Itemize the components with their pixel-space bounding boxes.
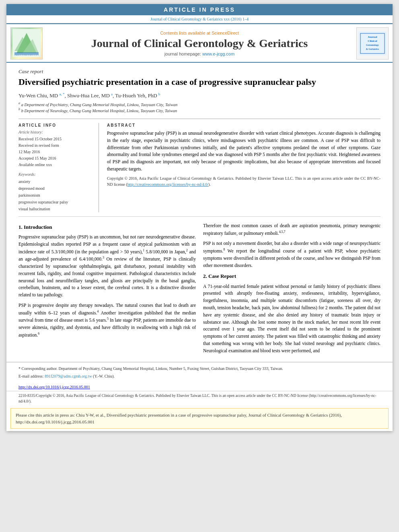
section1-heading: 1. Introduction [19,223,196,231]
section2-heading: 2. Case Report [203,272,380,280]
keywords-label: Keywords: [19,172,93,177]
article-type-label: Case report [19,68,380,75]
page: ARTICLE IN PRESS Journal of Clinical Ger… [6,4,393,431]
bottom-bar: 2210-8335/Copyright © 2016, Asia Pacific… [6,391,393,406]
article-dates: Received 15 October 2015 Received in rev… [19,136,93,168]
journal-logo-left: 大人慈愛世紀老年化醫學會 [10,27,43,60]
revised-label: Received in revised form [19,142,93,149]
case-report-paragraph-1: A 71-year-old married female patient wit… [203,283,380,355]
abstract-heading: ABSTRACT [107,123,380,127]
journal-homepage: journal homepage: www.e-jcgg.com [47,51,352,56]
email-link[interactable]: 891f2079@adm.cgmh.org.tw [45,374,92,378]
authors-line: Yu-Wen Chiu, MD a, *, Shwu-Hua Lee, MD a… [19,92,380,99]
intro-right-paragraph-2: PSP is not only a movement disorder, but… [203,240,380,269]
body-right-column: Therefore the most common causes of deat… [203,222,380,358]
article-in-press-banner: ARTICLE IN PRESS [6,4,393,15]
svg-text:Journal: Journal [368,35,377,39]
homepage-label: journal homepage: [165,51,201,56]
footnotes-area: * Corresponding author. Department of Ps… [6,362,393,383]
doi-link[interactable]: http://dx.doi.org/10.1016/j.jcgg.2016.05… [19,385,90,389]
intro-paragraph-2: PSP is progressive despite any therapy n… [19,302,196,339]
intro-right-paragraph-1: Therefore the most common causes of deat… [203,222,380,237]
body-section: 1. Introduction Progressive supranuclear… [6,217,393,358]
journal-logo-right: Journal Clinical Gerontology & Geriatric… [356,27,389,60]
homepage-url[interactable]: www.e-jcgg.com [202,51,234,56]
keyword-2: depressed mood [19,185,93,192]
revised-date: 12 May 2016 [19,149,93,155]
article-content: Case report Diversified psychiatric pres… [6,63,393,216]
intro-paragraph-1: Progressive supranuclear palsy (PSP) is … [19,234,196,299]
cc-license-link[interactable]: http://creativecommons.org/licenses/by-n… [128,182,208,187]
copyright-text: Copyright © 2016, Asia Pacific League of… [107,175,380,187]
keyword-5: visual hallucination [19,205,93,212]
history-label: Article history: [19,130,93,134]
bottom-bar-text: 2210-8335/Copyright © 2016, Asia Pacific… [19,394,376,403]
body-left-column: 1. Introduction Progressive supranuclear… [19,222,196,358]
top-journal-link: Journal of Clinical Gerontology & Geriat… [6,15,393,23]
corresponding-author-text: * Corresponding author. Department of Ps… [19,366,283,371]
abstract-column: ABSTRACT Progressive supranuclear palsy … [107,123,380,212]
svg-text:大人慈愛世紀老年化醫學會: 大人慈愛世紀老年化醫學會 [14,54,39,57]
keyword-3: parkinsonism [19,192,93,199]
journal-header: 大人慈愛世紀老年化醫學會 Contents lists available at… [6,23,393,63]
email-name: (Y.-W. Chiu). [93,374,115,378]
keywords-list: anxiety depressed mood parkinsonism prog… [19,178,93,212]
sciencedirect-link: Contents lists available at ScienceDirec… [47,31,352,35]
svg-text:Clinical: Clinical [368,39,377,43]
footnote-corresponding: * Corresponding author. Department of Ps… [19,366,380,372]
accepted-date: Accepted 15 May 2016 [19,155,93,162]
journal-issue-text: Journal of Clinical Gerontology & Geriat… [150,17,249,21]
email-label: E-mail address: [19,374,43,378]
svg-rect-6 [358,31,387,55]
info-abstract-section: ARTICLE INFO Article history: Received 1… [19,119,380,212]
sciencedirect-anchor[interactable]: ScienceDirect [212,31,239,35]
available-online: Available online xxx [19,162,93,168]
journal-center-info: Contents lists available at ScienceDirec… [43,31,356,56]
affiliation-a: a a Department of Psychiatry, Chang Gung… [19,101,380,107]
doi-line: http://dx.doi.org/10.1016/j.jcgg.2016.05… [6,383,393,391]
received-date: Received 15 October 2015 [19,136,93,142]
article-info-column: ARTICLE INFO Article history: Received 1… [19,123,99,212]
article-info-heading: ARTICLE INFO [19,123,93,127]
article-title: Diversified psychiatric presentation in … [19,76,380,88]
abstract-text: Progressive supranuclear palsy (PSP) is … [107,130,380,187]
svg-text:& Geriatrics: & Geriatrics [366,48,379,50]
journal-title: Journal of Clinical Gerontology & Geriat… [47,37,352,50]
citation-bar: Please cite this article in press as: Ch… [10,408,389,429]
citation-text: Please cite this article in press as: Ch… [16,413,342,424]
svg-text:Gerontology: Gerontology [366,44,379,46]
keyword-4: progressive supranuclear palsy [19,199,93,205]
abstract-paragraph: Progressive supranuclear palsy (PSP) is … [107,130,380,173]
footnote-email: E-mail address: 891f2079@adm.cgmh.org.tw… [19,373,380,379]
contents-text: Contents lists available at [160,31,210,35]
keyword-1: anxiety [19,178,93,185]
banner-text: ARTICLE IN PRESS [164,6,235,13]
affiliation-b: b b Department of Neurology, Chang Gung … [19,107,380,113]
